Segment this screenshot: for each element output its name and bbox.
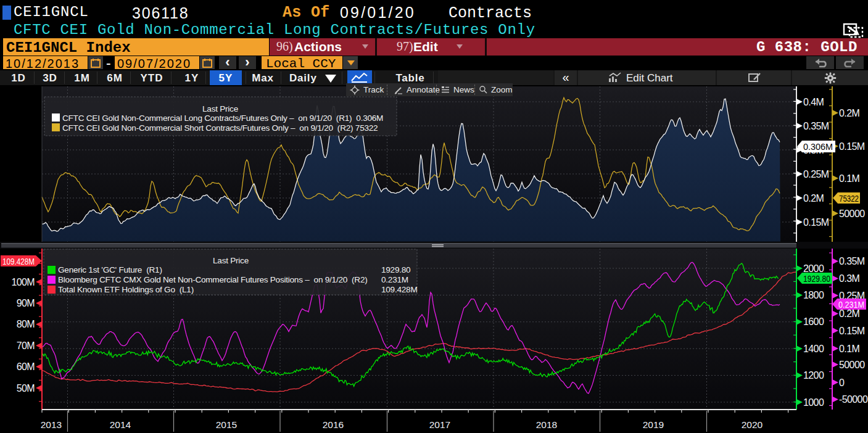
svg-text:CFTC CEI Gold Non-Commercial L: CFTC CEI Gold Non-Commercial Long Contra… (62, 113, 383, 123)
svg-text:0.306M: 0.306M (803, 141, 833, 152)
svg-text:Last Price: Last Price (213, 256, 249, 265)
svg-text:2014: 2014 (110, 419, 131, 430)
svg-text:1200: 1200 (803, 370, 824, 381)
svg-text:1000: 1000 (803, 397, 824, 408)
svg-text:0.2M: 0.2M (839, 108, 859, 118)
svg-text:60M: 60M (17, 361, 35, 372)
svg-text:0.15M: 0.15M (839, 326, 865, 336)
svg-text:Total Known ETF Holdings of Go: Total Known ETF Holdings of Go (L1) (58, 285, 194, 294)
svg-text:Bloomberg CFTC CMX Gold Net No: Bloomberg CFTC CMX Gold Net Non-Commerci… (58, 275, 368, 284)
svg-text:0: 0 (839, 377, 845, 388)
svg-text:0.1M: 0.1M (839, 344, 859, 354)
svg-text:1600: 1600 (803, 316, 824, 327)
svg-text:0.1M: 0.1M (839, 173, 859, 184)
svg-text:2020: 2020 (742, 419, 763, 430)
svg-text:80M: 80M (17, 319, 35, 329)
svg-text:-50000: -50000 (839, 394, 868, 405)
svg-text:1929.80: 1929.80 (381, 265, 411, 274)
svg-text:Generic 1st 'GC' Future (R1): Generic 1st 'GC' Future (R1) (58, 265, 162, 274)
svg-text:2000: 2000 (803, 263, 824, 274)
svg-text:0.25M: 0.25M (803, 169, 829, 179)
svg-text:50M: 50M (17, 383, 35, 394)
svg-text:0.35M: 0.35M (803, 121, 829, 131)
svg-text:2019: 2019 (643, 419, 664, 430)
svg-text:1400: 1400 (803, 344, 824, 354)
svg-text:2015: 2015 (216, 419, 237, 430)
svg-text:0.15M: 0.15M (839, 141, 865, 152)
svg-text:0.2M: 0.2M (839, 308, 859, 319)
svg-text:2018: 2018 (536, 419, 557, 430)
svg-text:90M: 90M (17, 298, 35, 308)
svg-text:0.15M: 0.15M (803, 217, 829, 228)
svg-text:1929.80: 1929.80 (803, 273, 830, 284)
svg-text:0.2M: 0.2M (803, 193, 824, 204)
svg-text:Last Price: Last Price (202, 104, 238, 113)
svg-text:50000: 50000 (839, 208, 865, 219)
svg-text:75322: 75322 (839, 193, 859, 204)
svg-text:0.3M: 0.3M (839, 273, 859, 284)
svg-text:2017: 2017 (429, 419, 450, 430)
svg-text:2016: 2016 (323, 419, 344, 430)
svg-text:100M: 100M (11, 277, 35, 287)
svg-text:0.4M: 0.4M (803, 97, 824, 107)
svg-text:0.231M: 0.231M (838, 299, 864, 310)
svg-text:0.231M: 0.231M (381, 275, 408, 284)
svg-text:109.428M: 109.428M (2, 257, 35, 266)
svg-text:1800: 1800 (803, 290, 824, 300)
svg-text:CFTC CEI Gold Non-Commercial S: CFTC CEI Gold Non-Commercial Short Contr… (62, 123, 378, 133)
svg-text:2013: 2013 (41, 419, 62, 430)
svg-text:50000: 50000 (839, 360, 865, 370)
svg-text:109.428M: 109.428M (381, 285, 417, 294)
svg-text:70M: 70M (17, 340, 35, 351)
svg-text:0.35M: 0.35M (839, 256, 865, 266)
